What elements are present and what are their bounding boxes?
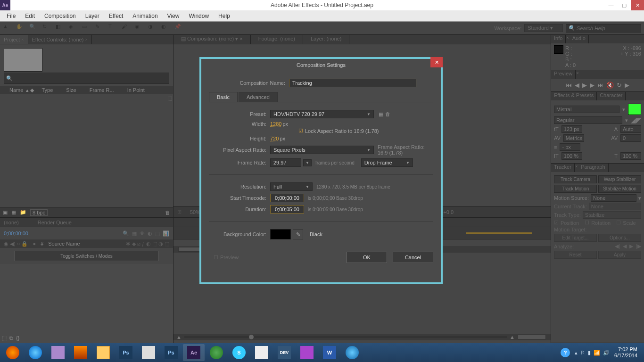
edit-target-button[interactable]: Edit Target...: [554, 234, 597, 242]
tb-media-icon[interactable]: [296, 344, 318, 361]
menu-view[interactable]: View: [163, 12, 184, 20]
brush-tool-icon[interactable]: 🖌: [122, 24, 131, 33]
tb-photoshop2-icon[interactable]: Ps: [160, 344, 182, 361]
tl-shy-icon[interactable]: 👁: [140, 230, 145, 237]
apply-button[interactable]: Apply: [598, 251, 641, 259]
width-value[interactable]: 1280: [270, 121, 281, 127]
tb-dev-icon[interactable]: DEV: [273, 344, 295, 361]
tab-paragraph[interactable]: Paragraph: [578, 164, 608, 172]
rotate-tool-icon[interactable]: ↻: [42, 24, 52, 33]
tray-up-icon[interactable]: ▴: [575, 350, 578, 356]
minimize-button[interactable]: —: [604, 0, 618, 10]
stroke-width-input[interactable]: - px: [560, 143, 580, 151]
scrollbar-thumb-2[interactable]: [518, 335, 546, 339]
timeline-zoom-bar[interactable]: ▲ ▲: [173, 334, 551, 340]
system-clock[interactable]: 7:02 PM 6/17/2014: [614, 346, 637, 359]
analyze-back-all-icon[interactable]: ◀|: [615, 243, 620, 249]
tb-firefox-icon[interactable]: [2, 344, 24, 361]
track-motion-button[interactable]: Track Motion: [554, 185, 597, 193]
font-family-select[interactable]: Mistral: [554, 106, 619, 113]
vf-grid-icon[interactable]: ⊞: [177, 209, 182, 215]
ok-button[interactable]: OK: [347, 252, 387, 263]
col-type[interactable]: Type: [34, 87, 58, 93]
par-select[interactable]: Square Pixels▼: [270, 146, 374, 154]
new-comp-icon[interactable]: ▦: [11, 209, 16, 215]
options-button[interactable]: Options...: [598, 234, 641, 242]
preset-select[interactable]: HDV/HDTV 720 29.97▼: [270, 110, 374, 118]
track-camera-button[interactable]: Track Camera: [554, 175, 597, 183]
motion-source-select[interactable]: None: [591, 194, 636, 202]
mute-icon[interactable]: 🔇: [606, 82, 614, 89]
track-type-select[interactable]: Stabilize: [583, 211, 641, 219]
tab-character[interactable]: Character: [597, 92, 626, 100]
bpc-toggle[interactable]: 8 bpc: [30, 209, 48, 216]
tb-matlab-icon[interactable]: [70, 344, 91, 361]
tray-network-icon[interactable]: 📶: [594, 350, 600, 356]
tray-battery-icon[interactable]: ▮: [588, 350, 591, 356]
lock-aspect-checkbox[interactable]: ☑: [298, 128, 303, 134]
drop-frame-select[interactable]: Drop Frame▼: [361, 158, 413, 167]
col-framerate[interactable]: Frame R...: [82, 87, 120, 93]
framerate-dropdown[interactable]: ▼: [303, 159, 312, 166]
kerning-input[interactable]: Metrics: [563, 134, 584, 142]
camera-tool-icon[interactable]: ◧: [56, 24, 65, 33]
delete-preset-icon[interactable]: 🗑: [385, 111, 390, 117]
tab-effect-controls[interactable]: Effect Controls: (none)×: [28, 35, 92, 44]
tab-render-queue[interactable]: Render Queue: [38, 220, 72, 225]
stroke-swap-icon[interactable]: ◢◤: [631, 116, 641, 124]
hscale-input[interactable]: 100 %: [620, 152, 641, 160]
tb-aftereffects-icon[interactable]: Ae: [183, 344, 205, 361]
analyze-fwd-all-icon[interactable]: |▶: [636, 243, 641, 249]
current-track-select[interactable]: None: [589, 203, 641, 210]
zoom-slider-thumb[interactable]: [249, 335, 254, 339]
col-size[interactable]: Size: [58, 87, 82, 93]
roto-tool-icon[interactable]: ◐: [161, 24, 171, 33]
font-weight-select[interactable]: Regular: [554, 116, 622, 124]
tab-tracker[interactable]: Tracker: [551, 164, 575, 172]
dialog-titlebar[interactable]: Composition Settings ✕: [201, 59, 441, 71]
menu-composition[interactable]: Composition: [40, 12, 81, 20]
sb-icon-1[interactable]: ⬚: [2, 335, 7, 341]
toggle-switches-button[interactable]: Toggle Switches / Modes: [14, 251, 159, 261]
timecode-display[interactable]: 0;00;00;00: [4, 230, 28, 236]
anchor-tool-icon[interactable]: ◈: [69, 24, 78, 33]
tl-3d-icon[interactable]: ⬚: [155, 230, 160, 237]
height-value[interactable]: 720: [270, 136, 279, 141]
preview-checkbox[interactable]: ☐: [214, 255, 218, 261]
zoom-tool-icon[interactable]: 🔍: [29, 24, 39, 33]
menu-file[interactable]: File: [2, 12, 20, 20]
trash-icon[interactable]: 🗑: [165, 210, 170, 215]
menu-window[interactable]: Window: [184, 12, 214, 20]
tb-ie-icon[interactable]: [25, 344, 46, 361]
first-frame-icon[interactable]: ⏮: [566, 82, 572, 89]
project-search-input[interactable]: 🔍: [4, 73, 169, 84]
next-frame-icon[interactable]: ▶: [590, 82, 594, 89]
tab-project[interactable]: Project×: [0, 35, 28, 44]
tab-info[interactable]: Info: [551, 35, 566, 43]
tb-explorer-icon[interactable]: [92, 344, 114, 361]
reset-button[interactable]: Reset: [554, 251, 597, 259]
menu-animation[interactable]: Animation: [128, 12, 162, 20]
tray-flag-icon[interactable]: ⚐: [580, 350, 585, 356]
new-folder-icon[interactable]: 📁: [20, 209, 26, 215]
selection-tool-icon[interactable]: ▲: [3, 24, 12, 33]
tb-globe-icon[interactable]: [341, 344, 363, 361]
tab-advanced[interactable]: Advanced: [239, 92, 278, 102]
duration-input[interactable]: 0;00;05;00: [270, 205, 304, 214]
tb-generic-icon[interactable]: [138, 344, 159, 361]
text-tool-icon[interactable]: T: [108, 24, 118, 33]
pen-tool-icon[interactable]: ✎: [95, 24, 105, 33]
tb-skype-icon[interactable]: S: [228, 344, 250, 361]
leading-input[interactable]: Auto: [620, 125, 641, 133]
last-frame-icon[interactable]: ⏭: [597, 82, 603, 89]
search-help-input[interactable]: 🔍 Search Help: [566, 24, 641, 33]
tb-viewer-icon[interactable]: [47, 344, 69, 361]
fill-color-swatch[interactable]: [628, 104, 641, 115]
prev-frame-icon[interactable]: ◀: [575, 82, 579, 89]
tab-timeline-none[interactable]: (none): [4, 220, 19, 225]
workspace-dropdown[interactable]: Standard ▾: [524, 24, 563, 32]
comp-name-input[interactable]: Tracking: [289, 79, 416, 87]
eraser-tool-icon[interactable]: ◑: [148, 24, 157, 33]
col-inpoint[interactable]: In Point: [120, 87, 150, 93]
tl-graph-icon[interactable]: 📊: [163, 230, 169, 237]
